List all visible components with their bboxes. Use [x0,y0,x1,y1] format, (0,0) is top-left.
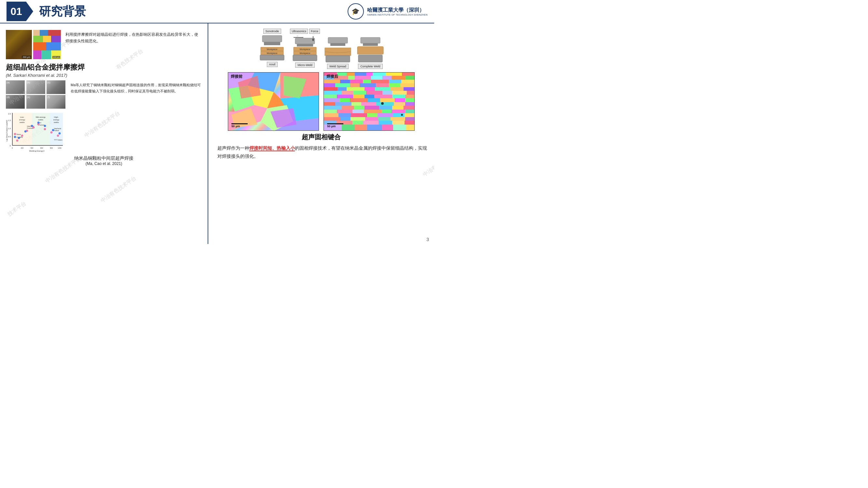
svg-rect-152 [365,95,374,98]
svg-text:energy: energy [53,119,59,121]
svg-text:welds: welds [38,119,43,121]
svg-rect-5 [51,36,61,42]
header-arrow-icon [26,2,33,21]
svg-rect-73 [295,38,315,44]
sonotrode-label: Sonotrode [263,29,281,34]
svg-text:2.0: 2.0 [8,113,11,115]
svg-rect-74 [297,44,313,46]
svg-point-59 [14,133,16,135]
svg-rect-85 [361,37,380,43]
page-number: 3 [426,237,429,242]
stage2-svg: ↔ Workpiece Workpiece [290,35,319,62]
svg-rect-128 [324,83,335,87]
watermark-9: 中冶有色技术平台 [100,175,138,204]
friction-images: 200 μm [6,30,61,59]
svg-point-57 [52,129,54,131]
svg-point-49 [44,128,46,130]
svg-rect-200 [352,121,363,125]
svg-rect-183 [405,110,415,113]
svg-rect-9 [41,51,51,59]
svg-point-56 [44,125,46,127]
svg-rect-169 [405,102,415,106]
conclusion-text: 超声焊作为一种焊接时间短、热输入小的固相焊接技术，有望在纳米晶金属的焊接中保留细… [217,144,428,160]
caption1-sub: (Ma, Cao et al. 2021) [6,161,202,166]
micro-cell-1: (a) [6,80,25,94]
svg-rect-139 [375,87,391,91]
svg-rect-206 [342,125,355,131]
svg-text:Workpiece: Workpiece [300,52,310,55]
svg-rect-142 [324,91,342,95]
svg-rect-181 [382,110,392,113]
svg-rect-82 [328,37,348,43]
friction-weld-section: 200 μm [6,30,202,59]
svg-rect-197 [405,117,415,121]
svg-text:0: 0 [12,147,13,149]
svg-rect-129 [335,83,350,87]
svg-rect-137 [347,87,365,91]
svg-rect-173 [365,106,379,110]
friction-ebsd-img: 100 μm [33,30,61,59]
svg-rect-138 [365,87,375,91]
svg-rect-194 [365,117,378,121]
svg-rect-207 [355,125,367,131]
friction-desc: 利用搅拌摩擦焊对超细晶铝进行焊接，在热影响区容易发生晶粒异常长大，使焊接接头性能… [65,32,202,44]
svg-text:Mid-energy: Mid-energy [36,116,45,118]
micro-cell-4: (d) [6,95,25,109]
scale-text-before: 50 μm [231,125,240,128]
svg-point-54 [31,125,33,127]
after-label: 焊接后 [327,74,338,79]
svg-rect-176 [404,106,415,110]
svg-point-53 [24,130,26,132]
svg-rect-187 [367,113,377,117]
svg-text:↔: ↔ [297,35,299,37]
svg-rect-123 [350,80,363,83]
svg-text:0.5: 0.5 [8,136,11,138]
section1-ref: (M. Sarkari Khorrami et al. 2017) [6,73,202,78]
scale-line-after [327,123,343,124]
micro-cell-3: (c) [46,80,65,94]
svg-rect-109 [366,72,373,76]
svg-rect-63 [262,35,282,42]
svg-rect-87 [358,46,383,54]
svg-rect-111 [386,72,402,76]
main-content: 中冶有色技术平台 中冶有色技术平台 中冶有色技术平台 中冶有色技术平台 技术平台… [0,24,434,244]
svg-rect-208 [367,125,382,131]
weld-stages-diagram: Sonotrode Workpiece Workpiece Anvil [214,29,428,69]
svg-text:Workpiece: Workpiece [300,48,310,51]
svg-rect-163 [324,102,335,106]
svg-rect-2 [48,30,61,36]
svg-point-47 [33,127,34,129]
svg-rect-178 [337,110,352,113]
svg-rect-130 [350,83,360,87]
svg-text:Low-: Low- [20,116,24,118]
svg-rect-143 [342,91,353,95]
bond-title: 超声固相键合 [214,133,428,141]
svg-rect-136 [338,87,347,91]
svg-rect-186 [351,113,367,117]
lap-shear-chart: 0 0.5 1.0 1.5 2.0 0 200 400 600 800 1200… [6,111,66,154]
svg-rect-67 [260,55,284,60]
svg-rect-79 [293,55,317,61]
micro-cell-2: (b) [26,80,45,94]
svg-rect-211 [406,125,415,131]
force-label: Force [309,29,320,34]
svg-rect-209 [382,125,393,131]
svg-rect-167 [376,102,394,106]
logo-emblem: 🎓 [348,3,364,20]
svg-rect-115 [348,76,355,80]
svg-rect-1 [40,30,48,36]
svg-text:High-: High- [54,116,59,118]
svg-rect-126 [389,80,401,83]
svg-rect-190 [405,113,415,117]
svg-rect-193 [350,117,365,121]
logo-text-block: 哈爾濱工業大學（深圳） HARBIN INSTITUTE OF TECHNOLO… [367,7,428,16]
micro-grid: (a) (b) (c) (d) (e) (f) [6,80,66,109]
svg-rect-175 [392,106,404,110]
micro-cell-5: (e) [26,95,45,109]
scale-bar-before: 50 μm [231,123,248,128]
svg-rect-171 [342,106,354,110]
scale-line-before [231,123,248,124]
svg-rect-7 [46,42,61,51]
svg-rect-164 [335,102,351,106]
svg-rect-3 [33,36,43,42]
